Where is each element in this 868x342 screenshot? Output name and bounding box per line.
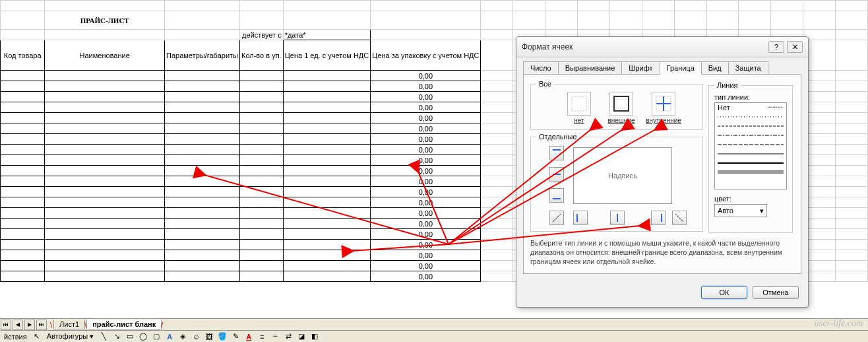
nav-prev[interactable]: ◀ [13,320,23,330]
arrow-icon[interactable]: ↘ [111,331,123,342]
price-pack-cell[interactable]: 0,00 [371,71,481,81]
svg-rect-2 [617,99,626,108]
line-color-icon[interactable]: ✎ [230,331,241,342]
price-pack-cell[interactable]: 0,00 [371,155,481,166]
price-pack-cell[interactable]: 0,00 [371,229,481,240]
price-pack-cell[interactable]: 0,00 [371,208,481,219]
line-weight-icon[interactable]: ≡ [256,331,268,342]
tab-border[interactable]: Граница [660,61,702,75]
line-style-item[interactable] [715,131,786,140]
valid-from-label: действует с [239,30,283,40]
format-cells-dialog: Формат ячеек ? ✕ Число Выравнивание Шриф… [516,36,809,308]
sheet-tabs-bar: ⏮ ◀ ▶ ⏭ \ Лист1 \ прайс-лист бланк / [0,318,868,330]
col-price1: Цена 1 ед. с учетом НДС [283,40,371,71]
price-pack-cell[interactable]: 0,00 [371,250,481,261]
svg-rect-0 [572,96,586,111]
fill-color-icon[interactable]: 🪣 [216,331,228,342]
line-style-item[interactable] [715,121,786,131]
color-label: цвет: [714,195,787,203]
price-pack-cell[interactable]: 0,00 [371,240,481,250]
tab-alignment[interactable]: Выравнивание [558,61,623,75]
col-params: Параметры/габариты [165,40,240,71]
cancel-button[interactable]: Отмена [753,286,799,299]
diagram-icon[interactable]: ◈ [177,331,189,342]
preset-inside[interactable]: внутренние [647,92,680,124]
border-right-button[interactable] [651,211,666,225]
dash-style-icon[interactable]: ┄ [269,331,281,342]
border-diag-down-button[interactable] [672,211,687,225]
price-pack-cell[interactable]: 0,00 [371,176,481,187]
tab-number[interactable]: Число [523,61,559,75]
help-button[interactable]: ? [768,41,784,53]
border-diag-up-button[interactable] [549,211,564,225]
border-preview[interactable]: Надпись [573,147,672,204]
price-pack-cell[interactable]: 0,00 [371,92,481,102]
picture-icon[interactable]: 🖼 [203,331,215,342]
nav-first[interactable]: ⏮ [1,320,11,330]
price-pack-cell[interactable]: 0,00 [371,166,481,176]
border-bottom-button[interactable] [549,188,564,203]
price-pack-cell[interactable]: 0,00 [371,145,481,155]
date-cell[interactable]: *дата* [283,30,371,40]
pointer-icon[interactable]: ↖ [31,331,43,342]
close-button[interactable]: ✕ [787,41,803,53]
border-top-button[interactable] [549,146,564,160]
price-pack-cell[interactable]: 0,00 [371,271,481,282]
price-pack-cell[interactable]: 0,00 [371,81,481,92]
shadow-icon[interactable]: ◪ [295,331,307,342]
price-pack-cell[interactable]: 0,00 [371,197,481,208]
tab-pricelist[interactable]: прайс-лист бланк [86,320,162,329]
autoshapes-menu[interactable]: Автофигуры ▾ [44,332,97,341]
col-name: Наименование [45,40,165,71]
preset-none[interactable]: нет [563,92,596,124]
ok-button[interactable]: ОК [701,286,747,299]
line-group: Линия тип линии: Нет┈┈┈ цвет: Авто▾ [708,81,793,233]
price-pack-cell[interactable]: 0,00 [371,113,481,123]
tab-protection[interactable]: Защита [728,61,768,75]
arrow-style-icon[interactable]: ⇄ [282,331,294,342]
price-pack-cell[interactable]: 0,00 [371,134,481,145]
tab-sheet1[interactable]: Лист1 [53,320,85,329]
dialog-tabs: Число Выравнивание Шрифт Граница Вид Защ… [516,57,808,75]
wordart-icon[interactable]: A [164,331,175,342]
price-pack-cell[interactable]: 0,00 [371,187,481,197]
price-pack-cell[interactable]: 0,00 [371,102,481,113]
price-pack-cell[interactable]: 0,00 [371,123,481,134]
title: ПРАЙС-ЛИСТ [45,11,165,30]
3d-icon[interactable]: ◧ [309,331,321,342]
svg-rect-1 [614,96,629,111]
clipart-icon[interactable]: ☺ [190,331,202,342]
border-vmiddle-button[interactable] [610,211,625,225]
line-style-item[interactable] [715,140,786,149]
col-qty: Кол-во в уп. [239,40,283,71]
tab-fill[interactable]: Вид [701,61,729,75]
dialog-title: Формат ячеек [522,42,766,51]
line-style-item[interactable] [715,112,786,121]
individual-legend: Отдельные [536,133,580,141]
oval-icon[interactable]: ◯ [137,331,149,342]
line-style-item[interactable] [715,158,786,168]
presets-group: Все нет внешние внутренние [530,80,703,130]
border-hmiddle-button[interactable] [549,167,564,182]
rect-icon[interactable]: ▭ [124,331,136,342]
nav-last[interactable]: ⏭ [36,320,47,330]
line-style-list[interactable]: Нет┈┈┈ [714,102,787,189]
individual-group: Отдельные Надпись [530,133,703,232]
border-left-button[interactable] [573,211,588,225]
preset-outline[interactable]: внешние [605,92,638,124]
svg-line-9 [553,214,561,222]
price-pack-cell[interactable]: 0,00 [371,219,481,229]
nav-next[interactable]: ▶ [24,320,35,330]
tab-font[interactable]: Шрифт [621,61,660,75]
line-style-item[interactable] [715,149,786,158]
price-pack-cell[interactable]: 0,00 [371,261,481,271]
line-style-none[interactable]: Нет┈┈┈ [715,103,786,112]
line-style-item[interactable] [715,168,786,177]
color-select[interactable]: Авто▾ [714,204,767,217]
actions-menu[interactable]: йствия [1,333,30,341]
line-legend: Линия [714,81,741,89]
textbox-icon[interactable]: ▢ [150,331,162,342]
line-icon[interactable]: ╲ [98,331,109,342]
font-color-icon[interactable]: A [243,331,255,342]
line-type-label: тип линии: [714,93,787,101]
